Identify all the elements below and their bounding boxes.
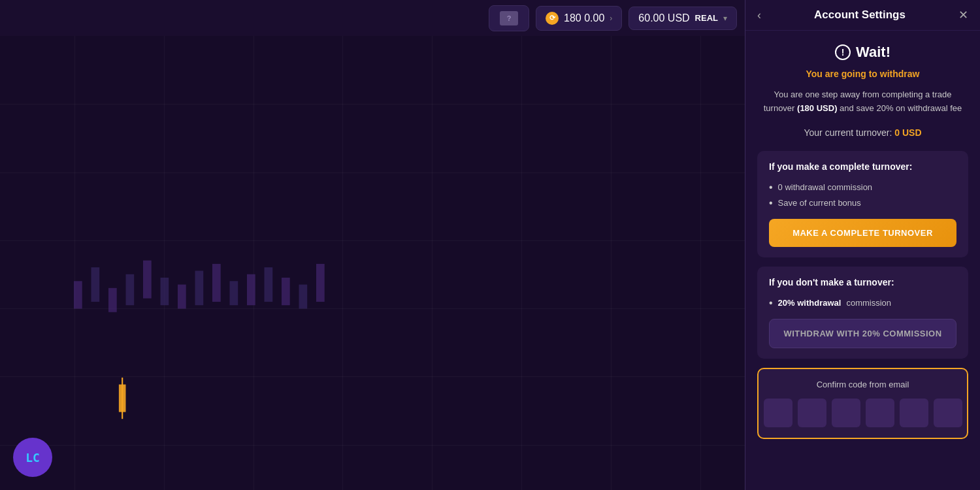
no-turnover-rest: commission: [846, 298, 891, 308]
mystery-box-button[interactable]: ?: [489, 5, 529, 31]
list-item-commission: 0 withdrawal commission: [769, 180, 956, 195]
account-settings-panel: ‹ Account Settings ✕ ! Wait! You are goi…: [745, 0, 980, 490]
account-type-badge: REAL: [695, 13, 718, 23]
wait-title: Wait!: [856, 44, 890, 61]
svg-rect-12: [282, 278, 290, 305]
svg-rect-5: [161, 278, 169, 305]
main-game-area: ? ⟳ 180 0.00 › 60.00 USD REAL ▾: [0, 0, 745, 490]
svg-rect-4: [143, 261, 152, 299]
withdraw-warning-text: You are going to withdraw: [757, 69, 968, 79]
chart-area: LC: [0, 36, 745, 490]
box-icon: ?: [500, 11, 518, 25]
account-balance-value: 60.00 USD: [638, 12, 689, 24]
svg-rect-9: [230, 281, 238, 305]
svg-rect-0: [74, 281, 82, 308]
svg-rect-8: [212, 264, 221, 302]
email-confirm-box: Confirm code from email: [757, 368, 968, 439]
withdraw-description: You are one step away from completing a …: [757, 88, 968, 116]
app-logo: LC: [13, 438, 52, 477]
list-item-bonus: Save of current bonus: [769, 195, 956, 211]
alert-icon: !: [835, 44, 851, 60]
email-confirm-label: Confirm code from email: [770, 380, 955, 389]
code-input-4[interactable]: [866, 399, 894, 427]
logo-text: LC: [25, 451, 40, 465]
desc-part2: and save 20% on withdrawal fee: [837, 103, 962, 113]
code-input-2[interactable]: [798, 399, 826, 427]
back-button[interactable]: ‹: [757, 8, 761, 22]
desc-bold: (180 USD): [797, 103, 837, 113]
svg-rect-16: [119, 384, 126, 412]
svg-rect-7: [195, 270, 204, 305]
withdraw-with-commission-button[interactable]: WITHDRAW WITH 20% COMMISSION: [769, 319, 956, 348]
svg-rect-6: [178, 285, 186, 309]
svg-rect-3: [126, 274, 135, 305]
svg-rect-13: [299, 285, 308, 309]
no-turnover-title: If you don't make a turnover:: [769, 277, 956, 287]
panel-header: ‹ Account Settings ✕: [745, 0, 980, 31]
complete-turnover-title: If you make a complete turnover:: [769, 161, 956, 172]
svg-rect-14: [316, 264, 325, 302]
code-input-6[interactable]: [934, 399, 962, 427]
list-item-20pct: 20% withdrawal commission: [769, 295, 956, 311]
no-turnover-box: If you don't make a turnover: 20% withdr…: [757, 267, 968, 359]
wait-header: ! Wait!: [757, 44, 968, 61]
coin-icon: ⟳: [546, 12, 559, 25]
complete-turnover-list: 0 withdrawal commission Save of current …: [769, 180, 956, 211]
code-input-group: [770, 399, 955, 427]
close-button[interactable]: ✕: [958, 8, 968, 22]
current-turnover-line: Your current turnover: 0 USD: [757, 127, 968, 138]
candlestick-chart: [39, 88, 732, 467]
svg-rect-10: [247, 274, 255, 305]
account-balance-button[interactable]: 60.00 USD REAL ▾: [629, 7, 737, 30]
panel-content: ! Wait! You are going to withdraw You ar…: [745, 31, 980, 490]
balance-amount: 180 0.00: [564, 12, 604, 24]
balance-arrow-icon: ›: [610, 14, 612, 23]
balance-button[interactable]: ⟳ 180 0.00 ›: [536, 6, 622, 31]
turnover-label: Your current turnover:: [804, 127, 894, 138]
code-input-3[interactable]: [832, 399, 860, 427]
no-turnover-highlight: 20% withdrawal: [778, 298, 841, 308]
code-input-5[interactable]: [900, 399, 928, 427]
svg-rect-1: [91, 267, 100, 302]
svg-rect-2: [108, 288, 117, 312]
svg-rect-11: [265, 267, 273, 302]
make-complete-turnover-button[interactable]: MAKE A COMPLETE TURNOVER: [769, 219, 956, 247]
no-turnover-list: 20% withdrawal commission: [769, 295, 956, 311]
code-input-1[interactable]: [764, 399, 792, 427]
dropdown-arrow-icon: ▾: [723, 14, 727, 23]
turnover-value: 0 USD: [894, 127, 921, 138]
panel-title: Account Settings: [814, 8, 906, 22]
top-bar: ? ⟳ 180 0.00 › 60.00 USD REAL ▾: [0, 0, 745, 36]
complete-turnover-box: If you make a complete turnover: 0 withd…: [757, 151, 968, 257]
